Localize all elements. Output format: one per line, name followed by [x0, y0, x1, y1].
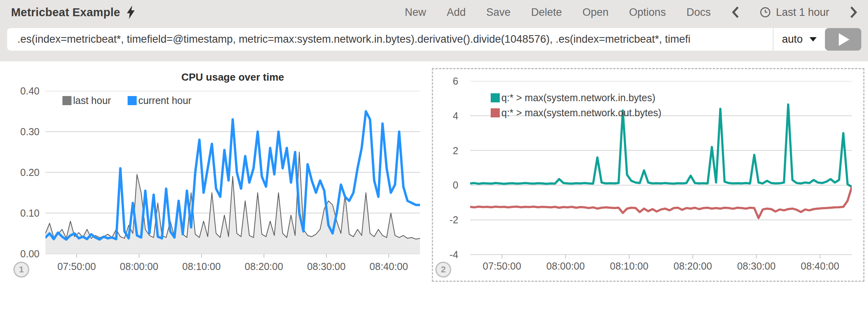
- y-tick-label: 6: [435, 76, 458, 86]
- page-title: Metricbeat Example: [11, 6, 120, 19]
- y-tick-label: -4: [435, 249, 458, 260]
- x-tick-label: 08:30:00: [307, 261, 345, 272]
- x-tick-label: 08:00:00: [120, 261, 158, 272]
- x-tick-label: 08:10:00: [610, 260, 648, 272]
- x-axis-labels: 07:50:00 08:00:00 08:10:00 08:20:00 08:3…: [45, 261, 420, 273]
- app-title-group: Metricbeat Example: [11, 6, 135, 19]
- legend-swatch-network-out: [491, 108, 500, 117]
- chevron-left-icon: [731, 6, 739, 19]
- top-menu: New Add Save Delete Open Options Docs La…: [405, 6, 858, 19]
- clock-icon: [760, 7, 771, 18]
- y-tick-label: 0: [435, 180, 458, 190]
- legend-item: q:* > max(system.network.out.bytes): [491, 107, 661, 119]
- x-tick-label: 08:40:00: [369, 261, 408, 272]
- chart-title: CPU usage over time: [45, 71, 420, 83]
- caret-down-icon: [810, 37, 817, 42]
- chart-panel-network-selected[interactable]: 6 4 2 0 -2 -4 q:* > max(system.network.i…: [432, 68, 864, 282]
- y-tick-label: 0.10: [12, 208, 40, 218]
- y-tick-label: 0.00: [12, 249, 40, 259]
- y-tick-label: 2: [435, 145, 458, 156]
- chart-number-badge: 2: [435, 262, 451, 277]
- y-axis-labels: 0.40 0.30 0.20 0.10 0.00: [12, 86, 40, 259]
- x-tick-label: 07:50:00: [483, 260, 521, 272]
- interval-value: auto: [782, 33, 803, 45]
- cpu-usage-chart[interactable]: [45, 91, 420, 259]
- legend-item: last hour: [62, 95, 111, 106]
- chevron-right-icon: [850, 6, 858, 19]
- menu-item-add[interactable]: Add: [447, 6, 466, 19]
- x-tick-label: 08:40:00: [801, 260, 839, 272]
- legend-item: current hour: [128, 95, 192, 106]
- legend-label: current hour: [138, 95, 192, 106]
- lightning-bolt-icon: [126, 6, 135, 19]
- x-tick-label: 08:20:00: [245, 261, 283, 272]
- legend-label: q:* > max(system.network.out.bytes): [501, 107, 661, 119]
- time-back-button[interactable]: [731, 6, 739, 19]
- x-tick-label: 08:10:00: [182, 261, 220, 272]
- top-navbar: Metricbeat Example New Add Save Delete O…: [0, 0, 868, 25]
- y-tick-label: 0.20: [12, 168, 40, 177]
- y-axis-labels: 6 4 2 0 -2 -4: [435, 76, 458, 260]
- legend-label: q:* > max(system.network.in.bytes): [501, 92, 655, 104]
- y-tick-label: 4: [435, 111, 458, 121]
- play-icon: [839, 33, 849, 46]
- interval-select[interactable]: auto: [773, 28, 825, 51]
- chart-number-badge: 1: [13, 262, 29, 277]
- chart-panel-cpu[interactable]: CPU usage over time 0.40 0.30 0.20 0.10 …: [12, 66, 425, 285]
- chart-legend: q:* > max(system.network.in.bytes) q:* >…: [491, 92, 661, 119]
- x-tick-label: 08:20:00: [674, 260, 712, 272]
- x-tick-label: 07:50:00: [57, 261, 96, 272]
- y-tick-label: -2: [435, 215, 458, 225]
- legend-swatch-network-in: [491, 93, 500, 102]
- time-range-label: Last 1 hour: [776, 6, 829, 19]
- y-tick-label: 0.40: [12, 86, 40, 96]
- legend-item: q:* > max(system.network.in.bytes): [491, 92, 661, 104]
- menu-item-open[interactable]: Open: [582, 6, 608, 19]
- legend-swatch-current-hour: [128, 96, 137, 105]
- legend-swatch-last-hour: [62, 96, 72, 105]
- header-area: Metricbeat Example New Add Save Delete O…: [0, 0, 868, 61]
- query-bar: auto: [7, 28, 861, 51]
- time-picker[interactable]: Last 1 hour: [760, 6, 829, 19]
- menu-item-docs[interactable]: Docs: [686, 6, 711, 19]
- menu-item-delete[interactable]: Delete: [531, 6, 562, 19]
- chart-legend: last hour current hour: [62, 95, 192, 106]
- timelion-app: Metricbeat Example New Add Save Delete O…: [0, 0, 868, 336]
- x-tick-label: 08:00:00: [546, 260, 585, 272]
- run-button[interactable]: [825, 28, 861, 51]
- y-tick-label: 0.30: [12, 127, 40, 136]
- menu-item-save[interactable]: Save: [486, 6, 511, 19]
- legend-label: last hour: [73, 95, 111, 106]
- menu-item-new[interactable]: New: [405, 6, 426, 19]
- x-tick-label: 08:30:00: [737, 260, 776, 272]
- timelion-expression-input[interactable]: [7, 28, 773, 51]
- menu-item-options[interactable]: Options: [629, 6, 666, 19]
- x-axis-labels: 07:50:00 08:00:00 08:10:00 08:20:00 08:3…: [470, 260, 852, 272]
- time-forward-button[interactable]: [850, 6, 858, 19]
